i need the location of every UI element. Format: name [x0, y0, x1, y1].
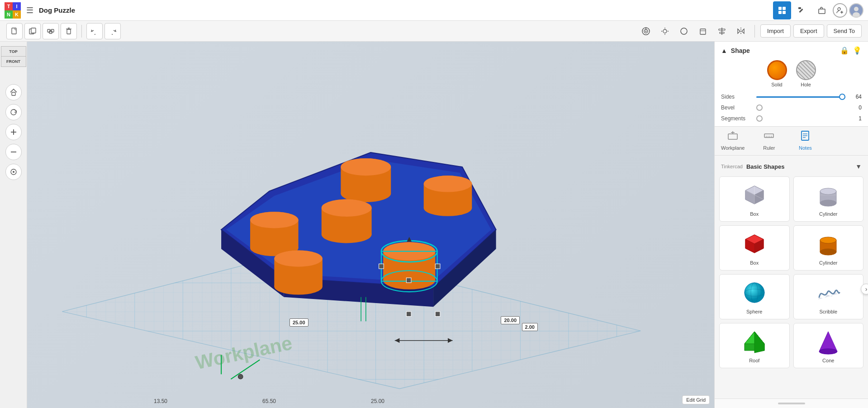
hammer-icon: [798, 6, 806, 14]
svg-point-7: [838, 8, 840, 10]
hole-shape-btn[interactable]: Hole: [796, 60, 816, 87]
viewport[interactable]: Workplane 25.00 20.00 2.00 13.50 65.50 2…: [27, 42, 714, 408]
mirror-icon: [736, 27, 745, 36]
lock-icon[interactable]: 🔒: [840, 46, 849, 55]
view-front[interactable]: FRONT: [1, 56, 26, 67]
svg-point-86: [274, 250, 323, 266]
svg-point-61: [424, 176, 472, 192]
svg-rect-40: [12, 92, 15, 95]
export-btn[interactable]: Export: [793, 24, 824, 38]
cone-icon: [815, 328, 842, 355]
svg-marker-130: [754, 332, 764, 353]
shape-item-cylinder-orange[interactable]: Cylinder: [793, 225, 864, 270]
hole-label: Hole: [801, 82, 811, 87]
hole-circle: [796, 60, 816, 80]
svg-rect-96: [728, 134, 737, 139]
sides-slider[interactable]: [756, 96, 845, 98]
new-btn[interactable]: [6, 23, 23, 39]
cylinder-orange-label: Cylinder: [819, 260, 837, 266]
library-dropdown-btn[interactable]: ▼: [855, 163, 862, 170]
top-icons: [773, 1, 863, 19]
tab-notes[interactable]: Notes: [787, 127, 823, 155]
grid-view-btn[interactable]: [773, 1, 791, 19]
box-gray-icon: [741, 181, 768, 209]
right-tabs: Workplane Ruler: [715, 127, 868, 156]
tab-ruler[interactable]: Ruler: [751, 127, 787, 155]
shape-tool-btn[interactable]: [676, 23, 692, 39]
svg-point-65: [250, 212, 299, 228]
svg-point-125: [745, 283, 764, 303]
import-btn[interactable]: Import: [760, 24, 791, 38]
avatar-icon: [850, 4, 863, 17]
camera-icon: [641, 27, 650, 36]
svg-rect-3: [783, 11, 786, 14]
bevel-radio[interactable]: [756, 104, 763, 111]
svg-rect-1: [783, 7, 786, 10]
svg-point-85: [274, 278, 323, 294]
delete-btn[interactable]: [61, 23, 77, 39]
group-btn[interactable]: [43, 23, 59, 39]
svg-point-116: [820, 188, 836, 195]
svg-rect-78: [435, 264, 440, 269]
sides-label: Sides: [721, 94, 753, 100]
svg-marker-38: [738, 29, 740, 33]
shape-item-box-gray[interactable]: Box: [719, 176, 790, 222]
align-btn[interactable]: [714, 23, 730, 39]
light-btn[interactable]: [657, 23, 673, 39]
dim-label-2: 2.00: [522, 323, 538, 331]
dim-label-25: 25.00: [289, 318, 308, 327]
sphere-icon: [741, 279, 768, 306]
send-to-btn[interactable]: Send To: [827, 24, 862, 38]
rotate-icon: [9, 108, 18, 116]
bevel-label: Bevel: [721, 104, 753, 111]
solid-shape-btn[interactable]: Solid: [767, 60, 787, 87]
delete-icon: [65, 28, 72, 35]
edit-grid-btn[interactable]: Edit Grid: [682, 395, 710, 404]
briefcase-icon: [818, 6, 826, 14]
svg-rect-80: [435, 312, 440, 317]
roof-label: Roof: [749, 358, 759, 363]
shape-item-cylinder-gray[interactable]: Cylinder: [793, 176, 864, 222]
fit-view-icon: [9, 168, 18, 176]
logo-n: N: [5, 10, 13, 19]
shape-item-roof[interactable]: Roof: [719, 323, 790, 368]
home-icon: [9, 88, 18, 96]
home-view-btn[interactable]: [5, 84, 22, 100]
shape-panel-title: Shape: [731, 47, 836, 54]
help-icon[interactable]: 💡: [853, 46, 862, 55]
svg-point-11: [854, 7, 859, 11]
zoom-out-btn[interactable]: [5, 144, 22, 160]
workplane-tab-icon: [727, 130, 738, 143]
projects-btn[interactable]: [813, 1, 831, 19]
bevel-value: 0: [849, 104, 862, 111]
svg-point-24: [645, 30, 647, 32]
shape-item-scribble[interactable]: Scribble: [793, 274, 864, 319]
copy-workspace-icon: [29, 28, 36, 35]
tools-btn[interactable]: [793, 1, 811, 19]
view-cube[interactable]: TOP FRONT: [0, 46, 30, 79]
view-top[interactable]: TOP: [1, 46, 26, 57]
shape-item-cone[interactable]: Cone: [793, 323, 864, 368]
zoom-in-btn[interactable]: [5, 124, 22, 140]
svg-point-26: [663, 29, 667, 33]
shape-item-box-red[interactable]: Box: [719, 225, 790, 270]
shape-item-sphere[interactable]: Sphere: [719, 274, 790, 319]
copy-workspace-btn[interactable]: [24, 23, 41, 39]
redo-btn[interactable]: [104, 23, 121, 39]
menu-icon[interactable]: ☰: [26, 5, 33, 15]
measurement-y: 65.50: [262, 398, 276, 404]
shape-panel-collapse[interactable]: ▲: [721, 47, 727, 54]
tab-workplane[interactable]: Workplane: [715, 127, 751, 155]
cylinder-orange-icon: [815, 230, 842, 257]
undo-btn[interactable]: [86, 23, 103, 39]
rotate-btn[interactable]: [5, 104, 22, 120]
camera-btn[interactable]: [638, 23, 654, 39]
user-avatar[interactable]: [849, 3, 863, 18]
mirror-btn[interactable]: [733, 23, 749, 39]
fit-view-btn[interactable]: [5, 164, 22, 180]
segments-radio[interactable]: [756, 115, 763, 122]
add-user-btn[interactable]: [833, 3, 847, 18]
cylinder-tool-btn[interactable]: [695, 23, 711, 39]
main-area: TOP FRONT: [0, 42, 868, 408]
solid-label: Solid: [771, 82, 782, 87]
